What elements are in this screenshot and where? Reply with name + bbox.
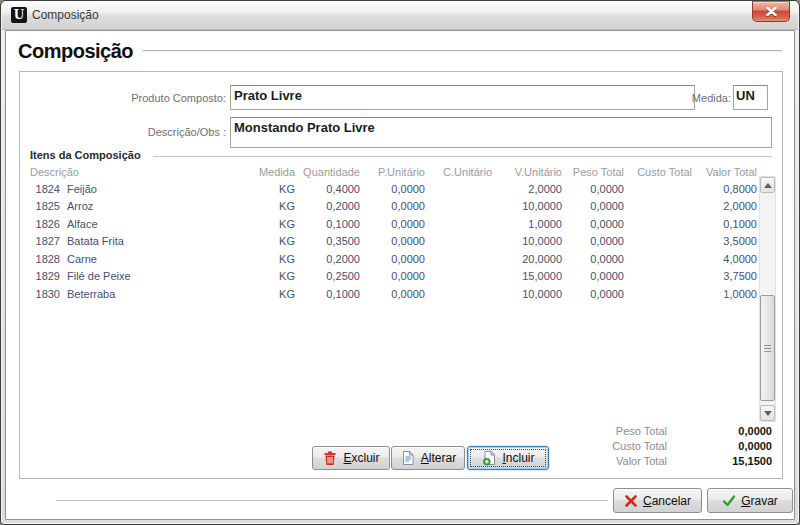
cell-code: 1829 [20, 270, 60, 282]
cell-v-unitario: 1,0000 [492, 218, 562, 230]
scroll-down-button[interactable] [760, 405, 775, 421]
cell-valor-total: 1,0000 [692, 288, 757, 300]
descricao-obs-input[interactable]: Monstando Prato Livre [230, 117, 772, 148]
peso-total-label: Peso Total [420, 425, 667, 439]
cell-p-unitario: 0,0000 [360, 288, 425, 300]
table-row[interactable]: 1828CarneKG0,20000,000020,00000,00004,00… [20, 250, 757, 268]
gravar-label: Gravar [741, 494, 778, 508]
cell-medida: KG [232, 218, 295, 230]
col-valor-total: Valor Total [692, 166, 757, 178]
cell-medida: KG [232, 288, 295, 300]
custo-total-row: Custo Total 0,0000 [420, 440, 772, 454]
gravar-button[interactable]: Gravar [707, 488, 793, 513]
cell-v-unitario: 15,0000 [492, 270, 562, 282]
cancelar-button[interactable]: Cancelar [613, 488, 702, 513]
cell-code: 1827 [20, 235, 60, 247]
valor-total-row: Valor Total 15,1500 [420, 455, 772, 469]
cell-valor-total: 3,5000 [692, 235, 757, 247]
cell-medida: KG [232, 270, 295, 282]
cell-peso-total: 0,0000 [562, 253, 624, 265]
cancel-x-icon [624, 494, 638, 508]
scroll-up-button[interactable] [760, 177, 775, 193]
table-row[interactable]: 1825ArrozKG0,20000,000010,00000,00002,00… [20, 198, 757, 216]
composicao-window: U Composição Composição Produto Composto… [0, 0, 800, 525]
app-icon-letter: U [14, 9, 24, 21]
document-edit-icon [400, 450, 416, 466]
cell-peso-total: 0,0000 [562, 235, 624, 247]
scrollbar-grip-icon [764, 345, 771, 353]
table-row[interactable]: 1827Batata FritaKG0,35000,000010,00000,0… [20, 233, 757, 251]
cell-name: Feijão [60, 183, 232, 195]
titlebar[interactable]: U Composição [2, 1, 798, 30]
cell-peso-total: 0,0000 [562, 183, 624, 195]
cancelar-label: Cancelar [643, 494, 691, 508]
custo-total-label: Custo Total [420, 440, 667, 454]
col-descricao: Descrição [20, 166, 232, 178]
main-panel: Produto Composto: Prato Livre Medida: UN… [19, 71, 783, 479]
peso-total-row: Peso Total 0,0000 [420, 425, 772, 439]
cell-code: 1825 [20, 200, 60, 212]
produto-composto-label: Produto Composto: [20, 92, 226, 104]
window-title: Composição [32, 8, 99, 22]
produto-composto-input[interactable]: Prato Livre [230, 85, 695, 110]
cell-name: Arroz [60, 200, 232, 212]
client-area: Composição Produto Composto: Prato Livre… [5, 30, 795, 520]
cell-valor-total: 3,7500 [692, 270, 757, 282]
cell-name: Batata Frita [60, 235, 232, 247]
col-custo-total: Custo Total [624, 166, 692, 178]
cell-p-unitario: 0,0000 [360, 218, 425, 230]
cell-name: Filé de Peixe [60, 270, 232, 282]
table-row[interactable]: 1829Filé de PeixeKG0,25000,000015,00000,… [20, 268, 757, 286]
medida-input[interactable]: UN [733, 85, 768, 110]
cell-quantidade: 0,1000 [295, 288, 360, 300]
col-peso-total: Peso Total [562, 166, 624, 178]
col-medida: Medida [232, 166, 295, 178]
cell-medida: KG [232, 183, 295, 195]
grid-vertical-scrollbar[interactable] [759, 176, 776, 422]
cell-quantidade: 0,2000 [295, 200, 360, 212]
itens-group-label: Itens da Composição [30, 149, 141, 161]
peso-total-value: 0,0000 [667, 425, 772, 439]
app-icon: U [11, 7, 27, 23]
custo-total-value: 0,0000 [667, 440, 772, 454]
table-row[interactable]: 1824FeijãoKG0,40000,00002,00000,00000,80… [20, 180, 757, 198]
cell-v-unitario: 10,0000 [492, 200, 562, 212]
table-row[interactable]: 1830BeterrabaKG0,10000,000010,00000,0000… [20, 285, 757, 303]
cell-quantidade: 0,1000 [295, 218, 360, 230]
cell-quantidade: 0,2500 [295, 270, 360, 282]
itens-group-divider [153, 156, 772, 157]
valor-total-label: Valor Total [420, 455, 667, 469]
cell-valor-total: 0,8000 [692, 183, 757, 195]
cell-peso-total: 0,0000 [562, 270, 624, 282]
excluir-label: Excluir [343, 451, 379, 465]
cell-quantidade: 0,3500 [295, 235, 360, 247]
cell-v-unitario: 10,0000 [492, 235, 562, 247]
cell-peso-total: 0,0000 [562, 288, 624, 300]
cell-p-unitario: 0,0000 [360, 270, 425, 282]
excluir-button[interactable]: Excluir [312, 446, 390, 470]
heading-divider [143, 50, 782, 52]
cell-code: 1824 [20, 183, 60, 195]
save-check-icon [722, 494, 736, 508]
heading-row: Composição [18, 37, 782, 65]
arrow-up-icon [764, 183, 772, 188]
cell-v-unitario: 2,0000 [492, 183, 562, 195]
grid-header: Descrição Medida Quantidade P.Unitário C… [20, 164, 757, 180]
cell-v-unitario: 10,0000 [492, 288, 562, 300]
cell-medida: KG [232, 253, 295, 265]
close-button[interactable] [752, 1, 790, 22]
page-title: Composição [18, 40, 133, 63]
table-row[interactable]: 1826AlfaceKG0,10000,00001,00000,00000,10… [20, 215, 757, 233]
cell-code: 1830 [20, 288, 60, 300]
close-icon [766, 7, 777, 16]
cell-p-unitario: 0,0000 [360, 200, 425, 212]
cell-p-unitario: 0,0000 [360, 253, 425, 265]
descricao-obs-label: Descrição/Obs : [20, 126, 226, 138]
cell-code: 1828 [20, 253, 60, 265]
col-quantidade: Quantidade [295, 166, 360, 178]
scrollbar-thumb[interactable] [760, 295, 775, 401]
cell-valor-total: 4,0000 [692, 253, 757, 265]
col-c-unitario: C.Unitário [425, 166, 492, 178]
cell-quantidade: 0,4000 [295, 183, 360, 195]
cell-quantidade: 0,2000 [295, 253, 360, 265]
